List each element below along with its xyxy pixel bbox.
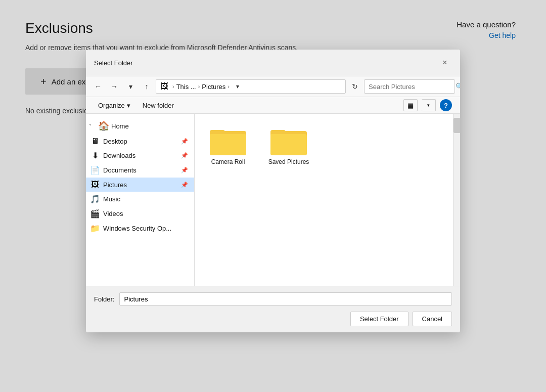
breadcrumb-sep1: › [172,83,174,90]
new-folder-label: New folder [143,102,174,109]
camera-roll-label: Camera Roll [211,158,245,166]
home-folder-icon: 🏠 [98,120,109,132]
close-icon: × [442,58,447,67]
breadcrumb-sep3: › [228,83,230,90]
sidebar-documents-label: Documents [103,166,178,174]
dialog-navbar: ← → ▾ ↑ 🖼 › This ... › Pictures › ▾ ↻ [86,76,460,97]
expand-icon: ˅ [89,123,96,129]
documents-icon: 📄 [90,165,100,175]
dialog-close-button[interactable]: × [438,56,452,70]
view-dropdown-button[interactable]: ▾ [422,99,436,111]
breadcrumb-bar: 🖼 › This ... › Pictures › ▾ [156,79,346,94]
cancel-button[interactable]: Cancel [413,312,452,326]
organize-button[interactable]: Organize ▾ [94,100,134,111]
breadcrumb-pictures[interactable]: Pictures [202,83,225,91]
saved-pictures-label: Saved Pictures [268,158,309,166]
folder-camera-roll[interactable]: Camera Roll [203,122,253,170]
forward-button[interactable]: → [107,79,121,94]
folder-input-row: Folder: [94,292,452,306]
sidebar-windows-security-label: Windows Security Op... [103,225,188,232]
sidebar-item-downloads[interactable]: ⬇ Downloads 📌 [86,148,194,163]
breadcrumb-sep2: › [198,83,200,90]
back-button[interactable]: ← [91,79,105,94]
folder-saved-pictures[interactable]: Saved Pictures [263,122,314,170]
dialog-actions: Select Folder Cancel [94,312,452,326]
dialog-content: Camera Roll Saved Pictures [195,114,453,286]
pin-icon-desktop: 📌 [181,138,188,145]
sidebar-item-videos[interactable]: 🎬 Videos [86,206,194,221]
organize-arrow-icon: ▾ [127,102,130,109]
breadcrumb-this[interactable]: This ... [176,83,196,91]
sidebar-item-windows-security[interactable]: 📁 Windows Security Op... [86,221,194,236]
dialog-overlay: Select Folder × ← → ▾ ↑ 🖼 › This ... [0,0,546,392]
search-button[interactable]: 🔍 [456,82,460,91]
sidebar-pictures-label: Pictures [103,181,178,189]
recent-icon: ▾ [129,82,132,91]
new-folder-button[interactable]: New folder [139,100,178,111]
search-icon: 🔍 [456,82,460,91]
pin-icon-pictures: 📌 [181,182,188,188]
view-button[interactable]: ▦ [403,99,418,111]
up-button[interactable]: ↑ [140,79,154,94]
pictures-icon: 🖼 [90,180,100,189]
dialog-sidebar: ˅ 🏠 Home 🖥 Desktop 📌 ⬇ Downloads 📌 📄 D [86,114,195,286]
sidebar-videos-label: Videos [103,210,188,217]
pin-icon-documents: 📌 [181,167,188,173]
dialog-title-text: Select Folder [94,59,133,67]
sidebar-home-label: Home [111,122,129,130]
folder-input[interactable] [119,292,452,306]
sidebar-item-desktop[interactable]: 🖥 Desktop 📌 [86,134,194,148]
search-bar: 🔍 [364,79,455,94]
dialog-toolbar: Organize ▾ New folder ▦ ▾ ? [86,97,460,114]
desktop-icon: 🖥 [90,137,100,146]
downloads-icon: ⬇ [90,151,100,160]
dialog-titlebar: Select Folder × [86,50,460,76]
dialog-body: ˅ 🏠 Home 🖥 Desktop 📌 ⬇ Downloads 📌 📄 D [86,114,460,286]
help-icon: ? [444,102,448,109]
sidebar-downloads-label: Downloads [103,152,178,159]
help-button[interactable]: ? [440,99,452,111]
forward-icon: → [111,82,118,91]
search-input[interactable] [369,83,453,91]
view-icon: ▦ [407,102,414,109]
sidebar-music-label: Music [103,195,188,203]
sidebar-item-pictures[interactable]: 🖼 Pictures 📌 [86,178,194,192]
dialog-bottom: Folder: Select Folder Cancel [86,286,460,332]
select-folder-button[interactable]: Select Folder [350,312,408,326]
dialog-scrollbar[interactable] [453,114,460,286]
folder-label: Folder: [94,295,114,303]
view-dropdown-icon: ▾ [427,103,430,108]
sidebar-item-documents[interactable]: 📄 Documents 📌 [86,163,194,178]
up-icon: ↑ [145,82,149,91]
saved-pictures-folder-icon [270,126,307,155]
videos-icon: 🎬 [90,209,100,219]
back-icon: ← [95,82,102,91]
sidebar-home-section[interactable]: ˅ 🏠 Home [86,118,194,134]
windows-security-icon: 📁 [90,224,100,233]
music-icon: 🎵 [90,194,100,204]
sidebar-item-music[interactable]: 🎵 Music [86,192,194,206]
refresh-icon: ↻ [352,82,358,91]
camera-roll-folder-icon [210,126,246,155]
breadcrumb-dropdown-button[interactable]: ▾ [232,80,244,93]
select-folder-dialog: Select Folder × ← → ▾ ↑ 🖼 › This ... [86,50,460,332]
organize-label: Organize [98,102,125,109]
recent-locations-button[interactable]: ▾ [123,79,138,94]
breadcrumb-folder-icon: 🖼 [160,82,168,91]
refresh-button[interactable]: ↻ [348,79,362,94]
pin-icon-downloads: 📌 [181,152,188,159]
sidebar-desktop-label: Desktop [103,138,178,145]
